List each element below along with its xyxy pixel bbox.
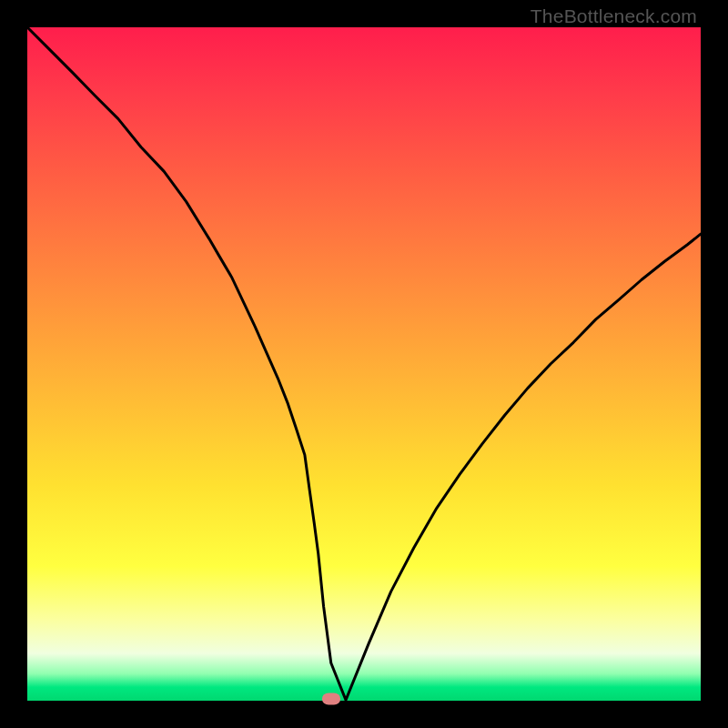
chart-frame: TheBottleneck.com [0,0,728,728]
curve-svg [27,27,701,701]
plot-area [27,27,701,701]
watermark-text: TheBottleneck.com [531,5,697,27]
curve-line [27,27,701,700]
highlight-marker [322,693,340,704]
